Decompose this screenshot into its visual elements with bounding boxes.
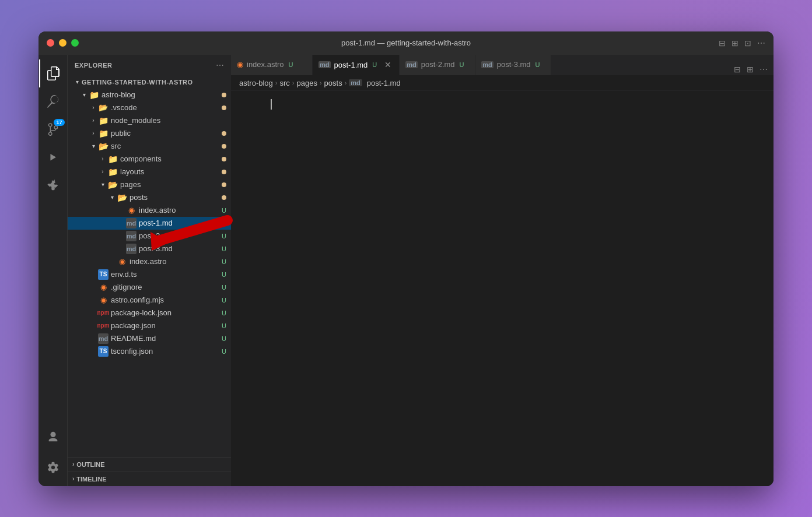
label-post-1-md: post-1.md (139, 219, 219, 227)
md-icon-post3: md (126, 244, 136, 254)
split-editor-right-icon[interactable]: ⊟ (733, 64, 742, 75)
badge-post-3-md: U (222, 245, 226, 252)
ts-icon-tsconfig: TS (98, 346, 108, 357)
traffic-lights (47, 39, 79, 47)
breadcrumb-sep-4: › (345, 79, 347, 86)
badge-post-2-md: U (222, 233, 226, 240)
tree-item-astro-blog[interactable]: ▾ 📁 astro-blog (68, 89, 231, 101)
sidebar-content: ▾ GETTING-STARTED-WITH-ASTRO ▾ 📁 astro-b… (68, 76, 231, 457)
activity-extensions[interactable] (39, 171, 67, 199)
badge-env-dts: U (222, 271, 226, 278)
label-public: public (111, 129, 222, 138)
tree-item-tsconfig[interactable]: › TS tsconfig.json U (68, 345, 231, 358)
activity-search[interactable] (39, 87, 67, 115)
activity-explorer[interactable] (39, 59, 67, 87)
tree-item-node-modules[interactable]: › 📁 node_modules (68, 114, 231, 127)
minimize-button[interactable] (59, 39, 66, 47)
tabs-right-actions: ⊟ ⊞ ⋯ (728, 64, 774, 75)
layout-icon[interactable]: ⊞ (732, 38, 738, 48)
folder-icon-public: 📁 (98, 128, 108, 139)
folder-icon-components: 📁 (107, 154, 118, 164)
breadcrumb-pages[interactable]: pages (297, 79, 317, 87)
tree-item-index-astro-posts[interactable]: › ◉ index.astro U (68, 204, 231, 217)
tab-name-post1-md: post-1.md (334, 61, 368, 69)
tree-item-post-3-md[interactable]: › md post-3.md U (68, 242, 231, 255)
more-tab-actions-icon[interactable]: ⋯ (758, 64, 769, 75)
tab-post-2-md[interactable]: md post-2.md U (400, 55, 475, 75)
activity-account[interactable] (39, 423, 67, 451)
label-astro-blog: astro-blog (102, 90, 222, 99)
tab-name-post2-md: post-2.md (421, 60, 455, 69)
tree-item-public[interactable]: › 📁 public (68, 127, 231, 140)
badge-readme: U (222, 335, 226, 342)
astro-icon-index-pages: ◉ (117, 256, 127, 267)
arrow-src: ▾ (89, 143, 98, 149)
label-src: src (111, 142, 222, 150)
arrow-public: › (89, 130, 98, 136)
tab-close-post1-md[interactable]: ✕ (383, 59, 393, 70)
tree-item-package-json[interactable]: › npm package.json U (68, 319, 231, 332)
layout-2-icon[interactable]: ⊞ (746, 64, 755, 75)
md-icon-post1: md (126, 218, 136, 228)
timeline-header[interactable]: › TIMELINE (68, 472, 231, 486)
tree-item-env-dts[interactable]: › TS env.d.ts U (68, 268, 231, 281)
activity-run[interactable] (39, 143, 67, 171)
maximize-button[interactable] (71, 39, 79, 47)
label-package-json: package.json (111, 321, 219, 330)
tree-item-readme[interactable]: › md README.md U (68, 332, 231, 345)
activity-settings[interactable] (39, 453, 67, 481)
tab-icon-post3-md: md (481, 61, 494, 68)
sidebar-more-actions[interactable]: ⋯ (216, 61, 224, 70)
tab-post-1-md[interactable]: md post-1.md U ✕ (313, 55, 400, 75)
tree-item-post-1-md[interactable]: › md post-1.md U (68, 217, 231, 230)
customize-layout-icon[interactable]: ⊡ (744, 38, 751, 48)
close-button[interactable] (47, 39, 54, 47)
git-icon-gitignore: ◉ (98, 282, 108, 293)
tab-name-post3-md: post-3.md (497, 60, 531, 69)
tree-item-index-astro-pages[interactable]: › ◉ index.astro U (68, 255, 231, 268)
badge-astro-config: U (222, 297, 226, 304)
folder-icon-astro-blog: 📁 (89, 90, 99, 100)
editor-content[interactable] (231, 91, 774, 486)
mjs-icon-config: ◉ (98, 295, 108, 305)
tab-index-astro[interactable]: ◉ index.astro U (231, 55, 313, 75)
tab-post-3-md[interactable]: md post-3.md U (475, 55, 551, 75)
badge-package-json: U (222, 322, 226, 329)
annotation-arrow (231, 91, 774, 486)
folder-icon-pages: 📂 (107, 180, 118, 190)
tree-item-pages[interactable]: ▾ 📂 pages (68, 178, 231, 191)
md-icon-post2: md (126, 231, 136, 241)
dot-pages (222, 182, 226, 187)
tree-item-vscode[interactable]: › 📂 .vscode (68, 101, 231, 114)
tree-item-gitignore[interactable]: › ◉ .gitignore U (68, 281, 231, 294)
window-title: post-1.md — getting-started-with-astro (341, 38, 471, 47)
tree-item-package-lock[interactable]: › npm package-lock.json U (68, 307, 231, 319)
tree-item-src[interactable]: ▾ 📂 src (68, 140, 231, 153)
label-gitignore: .gitignore (111, 283, 219, 291)
editor-area: ◉ index.astro U md post-1.md U ✕ md post… (231, 55, 774, 486)
tree-item-post-2-md[interactable]: › md post-2.md U (68, 230, 231, 242)
tree-item-astro-config[interactable]: › ◉ astro.config.mjs U (68, 294, 231, 307)
label-node-modules: node_modules (111, 116, 226, 125)
astro-icon-index-posts: ◉ (126, 205, 136, 216)
breadcrumb: astro-blog › src › pages › posts › md po… (231, 76, 774, 91)
dot-layouts (222, 170, 226, 174)
label-pages: pages (120, 180, 222, 189)
breadcrumb-astro-blog[interactable]: astro-blog (239, 79, 273, 87)
outline-arrow: › (72, 461, 74, 467)
split-editor-icon[interactable]: ⊟ (719, 38, 726, 48)
activity-source-control[interactable]: 17 (39, 115, 67, 143)
more-actions-icon[interactable]: ⋯ (757, 38, 765, 48)
timeline-section: › TIMELINE (68, 472, 231, 486)
tree-item-layouts[interactable]: › 📁 layouts (68, 166, 231, 178)
tree-root[interactable]: ▾ GETTING-STARTED-WITH-ASTRO (68, 76, 231, 89)
breadcrumb-filename[interactable]: post-1.md (367, 79, 401, 87)
arrow-layouts: › (98, 168, 107, 175)
breadcrumb-src[interactable]: src (279, 79, 289, 87)
tree-item-components[interactable]: › 📁 components (68, 153, 231, 166)
outline-section: › OUTLINE (68, 457, 231, 472)
activity-bar: 17 (38, 55, 68, 486)
outline-header[interactable]: › OUTLINE (68, 458, 231, 472)
breadcrumb-posts[interactable]: posts (324, 79, 342, 87)
tree-item-posts[interactable]: ▾ 📂 posts (68, 191, 231, 204)
